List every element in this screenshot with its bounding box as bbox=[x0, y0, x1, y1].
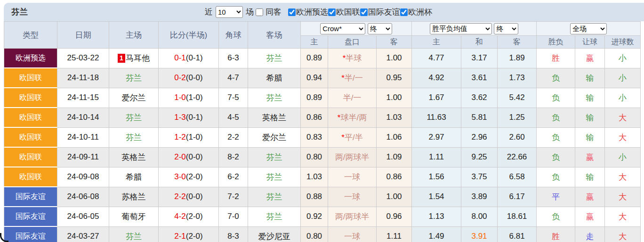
handicap-cell: 一球 bbox=[328, 167, 377, 187]
handicap-text: 两/两球半 bbox=[335, 153, 370, 162]
away-team-name: 英格兰 bbox=[262, 113, 286, 122]
away-team-cell: 芬兰 bbox=[248, 187, 301, 207]
avg-away-cell: 18.61 bbox=[498, 207, 537, 226]
goals-cell: 小 bbox=[605, 68, 641, 88]
avg-home-cell: 1.56 bbox=[412, 167, 461, 187]
halftime-score: (0-1) bbox=[186, 53, 203, 62]
avg-away-cell: 6.81 bbox=[498, 226, 537, 242]
col-header-type: 类型 bbox=[4, 22, 57, 49]
table-row: 欧国联24-10-11芬兰1-2(1-0)2-2爱尔兰0.83*平/半1.062… bbox=[4, 127, 641, 147]
result-cell: 负 bbox=[537, 88, 575, 108]
date-cell: 24-11-18 bbox=[57, 68, 109, 88]
away-team-name: 芬兰 bbox=[266, 173, 282, 182]
filter-checkbox-0[interactable] bbox=[288, 8, 296, 16]
type-cell: 国际友谊 bbox=[4, 187, 57, 207]
halftime-score: (0-1) bbox=[186, 113, 203, 122]
fulltime-scope-select[interactable]: 全场 bbox=[570, 23, 607, 34]
type-cell: 欧国联 bbox=[4, 147, 57, 167]
handicap-cell: 半/一 bbox=[328, 88, 377, 108]
home-team-cell: 苏格兰 bbox=[109, 187, 159, 207]
score-cell: 1-3(0-1) bbox=[159, 108, 219, 127]
away-team-cell: 英格兰 bbox=[248, 108, 301, 127]
avg-draw-cell: 3.89 bbox=[461, 187, 498, 207]
goals-cell: 小 bbox=[605, 147, 641, 167]
avg-away-cell: 22.66 bbox=[498, 147, 537, 167]
sub-header-goals: 进球数 bbox=[605, 36, 641, 49]
avg-group-header: 胜平负均值 终 bbox=[412, 22, 537, 36]
away-team-cell: 希腊 bbox=[248, 68, 301, 88]
date-cell: 25-03-22 bbox=[57, 49, 109, 68]
handicap-cell: *半球 bbox=[328, 49, 377, 68]
table-row: 国际友谊24-03-27芬兰2-1(2-0)8-3爱沙尼亚0.80一球1.111… bbox=[4, 226, 641, 242]
recent-count-select[interactable]: 10 bbox=[216, 6, 243, 18]
fulltime-score: 1-2 bbox=[174, 133, 186, 142]
home-team-cell: 芬兰 bbox=[109, 108, 159, 127]
avg-away-cell: 6.58 bbox=[498, 167, 537, 187]
halftime-score: (1-0) bbox=[186, 93, 203, 102]
home-team-name: 希腊 bbox=[126, 173, 142, 182]
date-cell: 24-03-27 bbox=[57, 226, 109, 242]
handicap-text: 一球 bbox=[344, 192, 360, 201]
sub-header-crow-away: 客 bbox=[377, 36, 412, 49]
away-team-name: 爱尔兰 bbox=[262, 133, 286, 142]
home-team-cell: 芬兰 bbox=[109, 68, 159, 88]
goals-cell: 大 bbox=[605, 108, 641, 127]
type-cell: 欧洲预选 bbox=[4, 49, 57, 68]
fulltime-score: 0-1 bbox=[174, 53, 186, 62]
corners-cell: 7-2 bbox=[219, 187, 248, 207]
home-team-cell: 葡萄牙 bbox=[109, 207, 159, 226]
avg-away-cell: 1.25 bbox=[498, 108, 537, 127]
recent-label: 近 bbox=[205, 7, 213, 17]
corners-cell: 4-5 bbox=[219, 108, 248, 127]
avg-draw-cell: 8.00 bbox=[461, 207, 498, 226]
avg-away-cell: 5.42 bbox=[498, 88, 537, 108]
filter-label: 国际友谊 bbox=[368, 7, 400, 17]
goals-cell: 大 bbox=[605, 226, 641, 242]
date-cell: 24-11-15 bbox=[57, 88, 109, 108]
home-team-name: 英格兰 bbox=[122, 153, 146, 162]
score-cell: 2-0(0-0) bbox=[159, 147, 219, 167]
handicap-cell: 两/两球半 bbox=[328, 207, 377, 226]
away-team-cell: 芬兰 bbox=[248, 147, 301, 167]
crow-away-odds-cell: 1.11 bbox=[377, 226, 412, 242]
crow-away-odds-cell: 1.09 bbox=[377, 147, 412, 167]
avg-stage-select[interactable]: 终 bbox=[494, 23, 518, 34]
filter-checkbox-1[interactable] bbox=[328, 8, 336, 16]
score-cell: 1-0(1-0) bbox=[159, 88, 219, 108]
games-label: 场 bbox=[246, 7, 254, 17]
date-cell: 24-06-05 bbox=[57, 207, 109, 226]
crow-home-odds-cell: 0.94 bbox=[301, 68, 328, 88]
avg-away-cell: 1.89 bbox=[498, 49, 537, 68]
away-team-name: 芬兰 bbox=[266, 153, 282, 162]
handicap-star: * bbox=[341, 74, 345, 83]
page-corner-decoration bbox=[0, 233, 8, 242]
goals-cell: 小 bbox=[605, 88, 641, 108]
score-cell: 0-1(0-1) bbox=[159, 49, 219, 68]
filter-checkbox-2[interactable] bbox=[360, 8, 368, 16]
avg-select[interactable]: 胜平负均值 bbox=[430, 23, 492, 34]
handicap-result-cell: 赢 bbox=[575, 147, 605, 167]
away-team-cell: 爱沙尼亚 bbox=[248, 226, 301, 242]
score-cell: 4-2(2-0) bbox=[159, 207, 219, 226]
table-row: 欧国联24-09-08希腊3-0(2-0)6-2芬兰1.03一球0.861.56… bbox=[4, 167, 641, 187]
handicap-text: 半球 bbox=[346, 54, 362, 63]
avg-draw-cell: 5.81 bbox=[461, 108, 498, 127]
bookmaker-stage-select[interactable]: 终 bbox=[368, 23, 392, 34]
avg-away-cell: 6.17 bbox=[498, 187, 537, 207]
handicap-text: 两/两球半 bbox=[335, 212, 370, 221]
away-team-cell: 芬兰 bbox=[248, 49, 301, 68]
avg-home-cell: 1.49 bbox=[412, 226, 461, 242]
corners-cell: 4-7 bbox=[219, 68, 248, 88]
table-row: 欧国联24-09-11英格兰2-0(0-0)8-2芬兰0.80两/两球半1.09… bbox=[4, 147, 641, 167]
avg-draw-cell: 3.61 bbox=[461, 68, 498, 88]
sub-header-handicap-result: 让球 bbox=[575, 36, 605, 49]
avg-away-cell: 1.73 bbox=[498, 68, 537, 88]
crow-home-odds-cell: 0.89 bbox=[301, 88, 328, 108]
filter-checkbox-3[interactable] bbox=[400, 8, 408, 16]
same-away-checkbox[interactable] bbox=[256, 8, 263, 16]
bookmaker-select[interactable]: Crow* bbox=[320, 23, 365, 34]
handicap-result-cell: 输 bbox=[575, 88, 605, 108]
handicap-cell: 一球 bbox=[328, 226, 377, 242]
fulltime-score: 4-2 bbox=[174, 212, 186, 221]
corners-cell: 8-3 bbox=[219, 226, 248, 242]
